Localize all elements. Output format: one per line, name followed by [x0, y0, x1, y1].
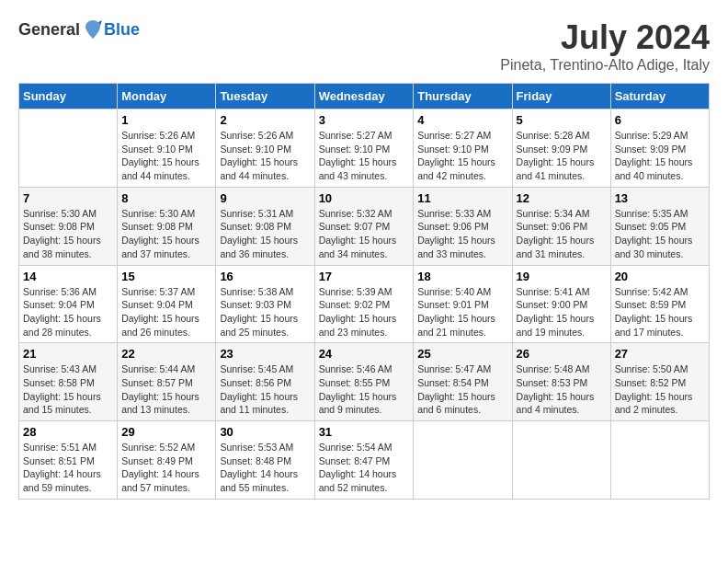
day-info: Sunrise: 5:33 AM Sunset: 9:06 PM Dayligh… — [417, 207, 507, 261]
day-number: 28 — [23, 425, 113, 439]
calendar-cell: 15Sunrise: 5:37 AM Sunset: 9:04 PM Dayli… — [118, 265, 216, 343]
day-number: 29 — [121, 425, 211, 439]
day-info: Sunrise: 5:30 AM Sunset: 9:08 PM Dayligh… — [121, 207, 211, 261]
day-info: Sunrise: 5:40 AM Sunset: 9:01 PM Dayligh… — [417, 285, 507, 339]
day-number: 22 — [121, 347, 211, 361]
calendar-cell — [19, 109, 118, 188]
day-info: Sunrise: 5:27 AM Sunset: 9:10 PM Dayligh… — [319, 129, 410, 183]
calendar-cell: 30Sunrise: 5:53 AM Sunset: 8:48 PM Dayli… — [216, 421, 314, 500]
calendar-cell: 31Sunrise: 5:54 AM Sunset: 8:47 PM Dayli… — [314, 421, 414, 500]
day-number: 6 — [615, 113, 705, 127]
calendar-cell: 14Sunrise: 5:36 AM Sunset: 9:04 PM Dayli… — [19, 265, 118, 343]
day-number: 13 — [615, 191, 705, 205]
day-info: Sunrise: 5:44 AM Sunset: 8:57 PM Dayligh… — [121, 362, 211, 417]
day-number: 3 — [319, 113, 410, 127]
logo-blue-text: Blue — [104, 20, 140, 40]
day-number: 31 — [319, 425, 410, 439]
calendar-cell: 25Sunrise: 5:47 AM Sunset: 8:54 PM Dayli… — [414, 343, 512, 421]
calendar-header-row: SundayMondayTuesdayWednesdayThursdayFrid… — [19, 84, 710, 109]
day-info: Sunrise: 5:37 AM Sunset: 9:04 PM Dayligh… — [121, 285, 211, 339]
day-info: Sunrise: 5:28 AM Sunset: 9:09 PM Dayligh… — [517, 129, 607, 183]
calendar-cell: 22Sunrise: 5:44 AM Sunset: 8:57 PM Dayli… — [118, 343, 216, 421]
column-header-monday: Monday — [118, 84, 216, 109]
day-info: Sunrise: 5:47 AM Sunset: 8:54 PM Dayligh… — [417, 362, 507, 417]
day-number: 23 — [220, 347, 310, 361]
day-info: Sunrise: 5:53 AM Sunset: 8:48 PM Dayligh… — [220, 441, 310, 495]
day-info: Sunrise: 5:27 AM Sunset: 9:10 PM Dayligh… — [417, 129, 507, 183]
calendar-cell: 5Sunrise: 5:28 AM Sunset: 9:09 PM Daylig… — [512, 109, 610, 188]
day-number: 9 — [220, 191, 310, 205]
calendar-cell — [610, 421, 709, 500]
calendar-week-row: 28Sunrise: 5:51 AM Sunset: 8:51 PM Dayli… — [19, 421, 710, 500]
column-header-tuesday: Tuesday — [216, 84, 314, 109]
calendar-cell: 23Sunrise: 5:45 AM Sunset: 8:56 PM Dayli… — [216, 343, 314, 421]
day-info: Sunrise: 5:43 AM Sunset: 8:58 PM Dayligh… — [23, 362, 113, 417]
day-number: 26 — [517, 347, 607, 361]
day-number: 20 — [615, 270, 705, 283]
calendar-cell: 2Sunrise: 5:26 AM Sunset: 9:10 PM Daylig… — [216, 109, 314, 188]
day-info: Sunrise: 5:41 AM Sunset: 9:00 PM Dayligh… — [517, 285, 607, 339]
day-info: Sunrise: 5:34 AM Sunset: 9:06 PM Dayligh… — [517, 207, 607, 261]
calendar-cell: 21Sunrise: 5:43 AM Sunset: 8:58 PM Dayli… — [19, 343, 118, 421]
day-number: 27 — [615, 347, 705, 361]
month-year-title: July 2024 — [500, 18, 710, 57]
calendar-cell: 3Sunrise: 5:27 AM Sunset: 9:10 PM Daylig… — [314, 109, 414, 188]
calendar-cell: 19Sunrise: 5:41 AM Sunset: 9:00 PM Dayli… — [512, 265, 610, 343]
day-info: Sunrise: 5:51 AM Sunset: 8:51 PM Dayligh… — [23, 441, 113, 495]
day-number: 17 — [319, 270, 410, 283]
calendar-cell: 6Sunrise: 5:29 AM Sunset: 9:09 PM Daylig… — [610, 109, 709, 188]
day-number: 24 — [319, 347, 410, 361]
day-info: Sunrise: 5:39 AM Sunset: 9:02 PM Dayligh… — [319, 285, 410, 339]
day-info: Sunrise: 5:50 AM Sunset: 8:52 PM Dayligh… — [615, 362, 705, 417]
day-number: 7 — [23, 191, 113, 205]
calendar-cell: 26Sunrise: 5:48 AM Sunset: 8:53 PM Dayli… — [512, 343, 610, 421]
day-info: Sunrise: 5:26 AM Sunset: 9:10 PM Dayligh… — [121, 129, 211, 183]
day-number: 12 — [517, 191, 607, 205]
day-number: 11 — [417, 191, 507, 205]
column-header-thursday: Thursday — [414, 84, 512, 109]
calendar-cell: 18Sunrise: 5:40 AM Sunset: 9:01 PM Dayli… — [414, 265, 512, 343]
logo: General Blue — [18, 18, 140, 40]
day-info: Sunrise: 5:35 AM Sunset: 9:05 PM Dayligh… — [615, 207, 705, 261]
day-info: Sunrise: 5:31 AM Sunset: 9:08 PM Dayligh… — [220, 207, 310, 261]
day-info: Sunrise: 5:45 AM Sunset: 8:56 PM Dayligh… — [220, 362, 310, 417]
day-number: 19 — [517, 270, 607, 283]
column-header-wednesday: Wednesday — [314, 84, 414, 109]
day-number: 16 — [220, 270, 310, 283]
calendar-cell: 9Sunrise: 5:31 AM Sunset: 9:08 PM Daylig… — [216, 187, 314, 265]
day-number: 21 — [23, 347, 113, 361]
column-header-sunday: Sunday — [19, 84, 118, 109]
title-area: July 2024 Pineta, Trentino-Alto Adige, I… — [500, 18, 710, 74]
page-header: General Blue July 2024 Pineta, Trentino-… — [18, 18, 710, 74]
location-subtitle: Pineta, Trentino-Alto Adige, Italy — [500, 57, 710, 74]
column-header-saturday: Saturday — [610, 84, 709, 109]
day-info: Sunrise: 5:54 AM Sunset: 8:47 PM Dayligh… — [319, 441, 410, 495]
day-number: 1 — [121, 113, 211, 127]
day-info: Sunrise: 5:42 AM Sunset: 8:59 PM Dayligh… — [615, 285, 705, 339]
calendar-cell: 11Sunrise: 5:33 AM Sunset: 9:06 PM Dayli… — [414, 187, 512, 265]
day-number: 5 — [517, 113, 607, 127]
calendar-cell: 28Sunrise: 5:51 AM Sunset: 8:51 PM Dayli… — [19, 421, 118, 500]
calendar-cell: 10Sunrise: 5:32 AM Sunset: 9:07 PM Dayli… — [314, 187, 414, 265]
calendar-cell — [414, 421, 512, 500]
day-number: 25 — [417, 347, 507, 361]
day-number: 14 — [23, 270, 113, 283]
calendar-cell: 20Sunrise: 5:42 AM Sunset: 8:59 PM Dayli… — [610, 265, 709, 343]
day-number: 4 — [417, 113, 507, 127]
calendar-cell: 13Sunrise: 5:35 AM Sunset: 9:05 PM Dayli… — [610, 187, 709, 265]
day-info: Sunrise: 5:38 AM Sunset: 9:03 PM Dayligh… — [220, 285, 310, 339]
calendar-cell: 27Sunrise: 5:50 AM Sunset: 8:52 PM Dayli… — [610, 343, 709, 421]
calendar-week-row: 7Sunrise: 5:30 AM Sunset: 9:08 PM Daylig… — [19, 187, 710, 265]
day-info: Sunrise: 5:32 AM Sunset: 9:07 PM Dayligh… — [319, 207, 410, 261]
calendar-cell: 12Sunrise: 5:34 AM Sunset: 9:06 PM Dayli… — [512, 187, 610, 265]
day-info: Sunrise: 5:30 AM Sunset: 9:08 PM Dayligh… — [23, 207, 113, 261]
calendar-cell: 24Sunrise: 5:46 AM Sunset: 8:55 PM Dayli… — [314, 343, 414, 421]
calendar-cell: 4Sunrise: 5:27 AM Sunset: 9:10 PM Daylig… — [414, 109, 512, 188]
calendar-table: SundayMondayTuesdayWednesdayThursdayFrid… — [18, 83, 710, 500]
day-info: Sunrise: 5:48 AM Sunset: 8:53 PM Dayligh… — [517, 362, 607, 417]
day-number: 18 — [417, 270, 507, 283]
calendar-cell: 7Sunrise: 5:30 AM Sunset: 9:08 PM Daylig… — [19, 187, 118, 265]
calendar-cell — [512, 421, 610, 500]
logo-icon — [82, 18, 104, 40]
day-number: 8 — [121, 191, 211, 205]
